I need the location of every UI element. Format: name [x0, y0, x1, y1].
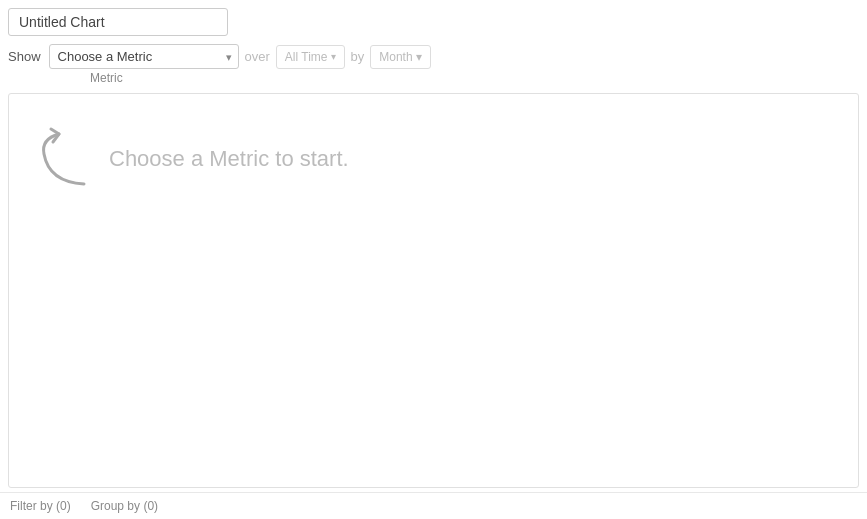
over-label: over [245, 49, 270, 64]
metric-select[interactable]: Choose a Metric [49, 44, 239, 69]
filter-by-button[interactable]: Filter by (0) [10, 499, 71, 513]
title-bar [0, 0, 867, 40]
empty-state: Choose a Metric to start. [9, 94, 349, 194]
interval-label: Month [379, 50, 412, 64]
chevron-down-icon: ▾ [416, 50, 422, 64]
by-label: by [351, 49, 365, 64]
empty-state-message: Choose a Metric to start. [109, 146, 349, 172]
time-period-label: All Time [285, 50, 328, 64]
page-wrapper: Show Choose a Metric ▾ over All Time ▾ b… [0, 0, 867, 519]
chart-title-input[interactable] [8, 8, 228, 36]
time-period-button[interactable]: All Time ▾ [276, 45, 345, 69]
controls-bar: Show Choose a Metric ▾ over All Time ▾ b… [0, 40, 867, 71]
chart-area: Choose a Metric to start. [8, 93, 859, 488]
chevron-down-icon: ▾ [331, 51, 336, 62]
show-label: Show [8, 49, 41, 64]
interval-button[interactable]: Month ▾ [370, 45, 430, 69]
footer-bar: Filter by (0) Group by (0) [0, 492, 867, 519]
metric-hint: Metric [0, 71, 867, 89]
group-by-button[interactable]: Group by (0) [91, 499, 158, 513]
curved-arrow-icon [29, 124, 99, 194]
metric-select-wrapper: Choose a Metric ▾ [49, 44, 239, 69]
